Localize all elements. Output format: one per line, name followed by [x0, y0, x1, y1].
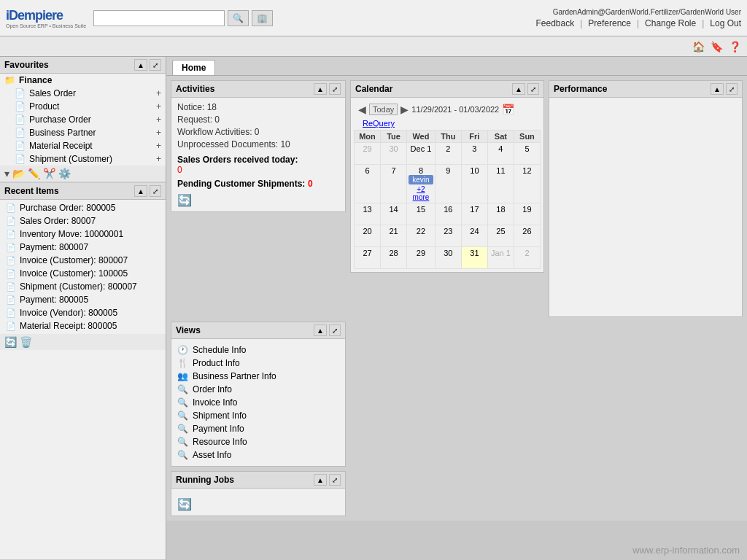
calendar-icon[interactable]: 📅 [502, 104, 514, 115]
fav-folder-icon[interactable]: 📂 [12, 168, 25, 179]
help-icon[interactable]: ❓ [729, 41, 741, 52]
list-item[interactable]: 📄Invoice (Customer): 100005 [0, 267, 166, 280]
views-item-business-partner[interactable]: 👥 Business Partner Info [177, 370, 339, 383]
table-row[interactable]: 7 [381, 165, 407, 203]
fav-sales-order-plus[interactable]: + [156, 88, 161, 98]
preference-link[interactable]: Preference [588, 18, 631, 28]
table-row[interactable]: 30 [381, 143, 407, 165]
fav-item-shipment-customer[interactable]: 📄 Shipment (Customer) + [0, 152, 166, 166]
views-item-order[interactable]: 🔍 Order Info [177, 383, 339, 396]
logout-link[interactable]: Log Out [710, 18, 741, 28]
table-row[interactable]: 29 [355, 143, 381, 165]
calendar-event[interactable]: kevin [409, 175, 433, 184]
table-row[interactable]: 17 [461, 203, 487, 225]
cal-prev-btn[interactable]: ◀ [358, 104, 366, 115]
running-jobs-collapse-btn[interactable]: ▲ [314, 474, 327, 486]
table-row[interactable]: 29 [407, 247, 436, 269]
fav-item-product[interactable]: 📄 Product + [0, 100, 166, 113]
fav-expand-icon[interactable]: ▾ [4, 168, 9, 179]
running-jobs-expand-btn[interactable]: ⤢ [329, 474, 341, 486]
favourites-collapse-btn[interactable]: ▲ [134, 59, 147, 71]
fav-material-receipt-plus[interactable]: + [156, 141, 161, 151]
performance-expand-btn[interactable]: ⤢ [726, 83, 738, 95]
fav-product-plus[interactable]: + [156, 101, 161, 112]
fav-item-finance[interactable]: 📁 Finance [0, 74, 166, 87]
table-row[interactable]: 23 [435, 225, 461, 247]
calendar-more[interactable]: +2 more [409, 185, 433, 201]
views-item-schedule[interactable]: 🕐 Schedule Info [177, 343, 339, 357]
fav-item-business-partner[interactable]: 📄 Business Partner + [0, 126, 166, 139]
performance-collapse-btn[interactable]: ▲ [711, 83, 724, 95]
table-row[interactable]: 13 [355, 203, 381, 225]
table-row[interactable]: 31 [461, 247, 487, 269]
activities-refresh-icon[interactable]: 🔄 [177, 193, 339, 207]
recent-collapse-btn[interactable]: ▲ [134, 185, 147, 197]
table-row[interactable]: 27 [355, 247, 381, 269]
list-item[interactable]: 📄Payment: 800007 [0, 241, 166, 254]
search-button[interactable]: 🔍 [228, 10, 249, 26]
table-row[interactable]: 28 [381, 247, 407, 269]
views-item-invoice[interactable]: 🔍 Invoice Info [177, 396, 339, 409]
views-item-payment[interactable]: 🔍 Payment Info [177, 422, 339, 435]
change-role-link[interactable]: Change Role [645, 18, 696, 28]
running-jobs-refresh-icon[interactable]: 🔄 [177, 497, 339, 511]
recent-refresh-btn[interactable]: 🔄 [4, 336, 17, 348]
table-row[interactable]: 4 [487, 143, 514, 165]
feedback-link[interactable]: Feedback [535, 18, 574, 28]
search-input[interactable] [93, 10, 225, 26]
table-row[interactable]: 5 [514, 143, 540, 165]
fav-purchase-order-plus[interactable]: + [156, 114, 161, 125]
recent-delete-btn[interactable]: 🗑️ [20, 336, 32, 348]
table-row[interactable]: 21 [381, 225, 407, 247]
fav-settings-icon[interactable]: ⚙️ [58, 168, 71, 179]
table-row[interactable]: 18 [487, 203, 514, 225]
list-item[interactable]: 📄Sales Order: 80007 [0, 214, 166, 228]
fav-business-partner-plus[interactable]: + [156, 128, 161, 138]
table-row[interactable]: 10 [461, 165, 487, 203]
recent-expand-btn[interactable]: ⤢ [150, 185, 161, 197]
list-item[interactable]: 📄Invoice (Vendor): 800005 [0, 306, 166, 319]
views-item-shipment[interactable]: 🔍 Shipment Info [177, 409, 339, 422]
tab-home[interactable]: Home [172, 60, 215, 75]
table-row[interactable]: 19 [514, 203, 540, 225]
list-item[interactable]: 📄Shipment (Customer): 800007 [0, 280, 166, 293]
fav-delete-icon[interactable]: ✂️ [43, 168, 55, 179]
table-row[interactable]: 16 [435, 203, 461, 225]
table-row[interactable]: 26 [514, 225, 540, 247]
table-row[interactable]: 25 [487, 225, 514, 247]
list-item[interactable]: 📄Inventory Move: 10000001 [0, 228, 166, 241]
fav-shipment-customer-plus[interactable]: + [156, 154, 161, 164]
views-expand-btn[interactable]: ⤢ [329, 324, 341, 336]
table-row[interactable]: 20 [355, 225, 381, 247]
table-row[interactable]: Jan 1 [487, 247, 514, 269]
table-row[interactable]: 14 [381, 203, 407, 225]
calendar-collapse-btn[interactable]: ▲ [512, 83, 525, 95]
fav-edit-icon[interactable]: ✏️ [28, 168, 40, 179]
activities-collapse-btn[interactable]: ▲ [314, 83, 327, 95]
table-row[interactable]: 2 [435, 143, 461, 165]
list-item[interactable]: 📄Material Receipt: 800005 [0, 319, 166, 332]
favourites-expand-btn[interactable]: ⤢ [150, 59, 161, 71]
table-row[interactable]: 6 [355, 165, 381, 203]
table-row[interactable]: 8 kevin +2 more [407, 165, 436, 203]
table-row[interactable]: Dec 1 [407, 143, 436, 165]
views-collapse-btn[interactable]: ▲ [314, 324, 327, 336]
bookmark-icon[interactable]: 🔖 [711, 41, 723, 52]
list-item[interactable]: 📄Invoice (Customer): 800007 [0, 254, 166, 267]
fav-item-material-receipt[interactable]: 📄 Material Receipt + [0, 139, 166, 152]
table-row[interactable]: 11 [487, 165, 514, 203]
table-row[interactable]: 30 [435, 247, 461, 269]
table-row[interactable]: 3 [461, 143, 487, 165]
calendar-expand-btn[interactable]: ⤢ [527, 83, 539, 95]
list-item[interactable]: 📄Purchase Order: 800005 [0, 201, 166, 214]
cal-today-btn[interactable]: Today [369, 104, 398, 115]
fav-item-purchase-order[interactable]: 📄 Purchase Order + [0, 113, 166, 126]
table-row[interactable]: 12 [514, 165, 540, 203]
table-row[interactable]: 9 [435, 165, 461, 203]
home-icon[interactable]: 🏠 [692, 41, 705, 52]
org-chart-button[interactable]: 🏢 [252, 10, 273, 26]
views-item-resource[interactable]: 🔍 Resource Info [177, 435, 339, 448]
views-item-product[interactable]: 🍴 Product Info [177, 357, 339, 370]
activities-expand-btn[interactable]: ⤢ [329, 83, 341, 95]
cal-next-btn[interactable]: ▶ [400, 104, 409, 115]
